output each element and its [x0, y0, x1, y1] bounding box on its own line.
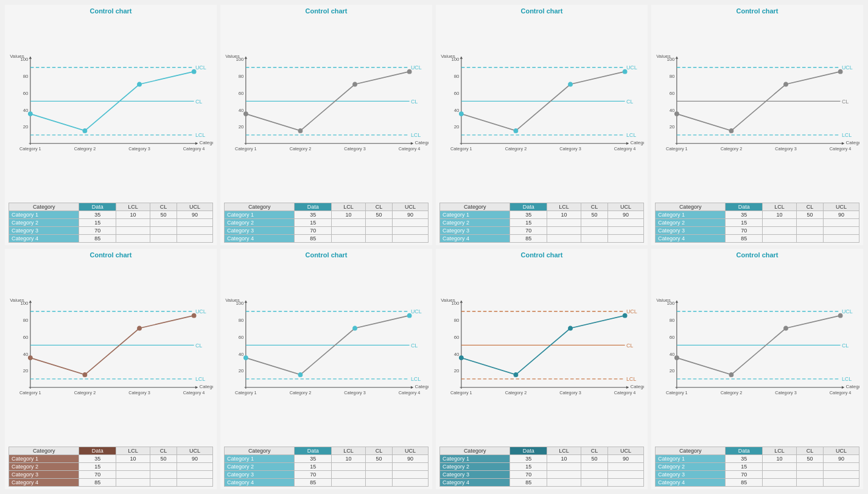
lcl-value: 10 — [763, 211, 796, 219]
svg-text:Values: Values — [225, 54, 239, 59]
cl-value — [796, 479, 824, 487]
table-header-ucl: UCL — [824, 203, 859, 211]
svg-marker-128 — [411, 386, 413, 389]
svg-text:Category: Category — [846, 140, 859, 145]
svg-marker-27 — [245, 56, 247, 58]
svg-text:40: 40 — [239, 108, 244, 113]
svg-marker-153 — [626, 386, 629, 389]
category-label: Category 2 — [225, 219, 295, 227]
chart-area: 20406080100ValuesCategoryUCLCLLCLCategor… — [224, 260, 429, 444]
data-value: 35 — [510, 211, 547, 219]
table-header-ucl: UCL — [177, 447, 213, 455]
svg-text:CL: CL — [195, 343, 202, 349]
svg-text:CL: CL — [626, 343, 633, 349]
svg-marker-2 — [29, 56, 32, 58]
ucl-value — [177, 227, 213, 235]
chart-title: Control chart — [224, 7, 429, 15]
table-header-data: Data — [79, 447, 116, 455]
table-row: Category 135105090 — [225, 455, 429, 463]
data-value: 15 — [295, 219, 332, 227]
svg-point-18 — [83, 129, 87, 133]
svg-point-143 — [298, 373, 303, 377]
category-label: Category 1 — [656, 211, 726, 219]
chart-title: Control chart — [655, 251, 859, 259]
svg-text:Category 3: Category 3 — [559, 146, 581, 151]
svg-text:60: 60 — [454, 91, 460, 96]
table-header-category: Category — [9, 447, 79, 455]
svg-text:Category 4: Category 4 — [183, 146, 205, 151]
category-label: Category 3 — [9, 471, 79, 479]
svg-text:Category 3: Category 3 — [128, 390, 150, 395]
category-label: Category 1 — [9, 455, 79, 463]
chart-area: 20406080100ValuesCategoryUCLCLLCLCategor… — [655, 260, 859, 444]
category-label: Category 4 — [656, 479, 726, 487]
data-value: 35 — [295, 211, 332, 219]
table-row: Category 135105090 — [440, 455, 644, 463]
chart-block-5: Control chart20406080100ValuesCategoryUC… — [220, 249, 432, 489]
svg-text:Values: Values — [10, 54, 24, 59]
cl-value — [150, 463, 177, 471]
svg-text:UCL: UCL — [626, 308, 637, 315]
svg-text:60: 60 — [239, 335, 244, 340]
lcl-value — [332, 235, 365, 243]
table-row: Category 485 — [440, 235, 644, 243]
ucl-value — [824, 471, 859, 479]
table-header-category: Category — [656, 447, 726, 455]
ucl-value — [824, 463, 859, 471]
svg-point-17 — [28, 112, 32, 116]
data-value: 35 — [726, 455, 763, 463]
data-table: CategoryDataLCLCLUCLCategory 135105090Ca… — [655, 203, 859, 243]
data-value: 70 — [79, 471, 116, 479]
ucl-value — [608, 235, 644, 243]
svg-text:CL: CL — [842, 99, 849, 105]
svg-text:Category 3: Category 3 — [775, 146, 797, 151]
table-header-ucl: UCL — [608, 447, 644, 455]
table-header-lcl: LCL — [116, 203, 150, 211]
ucl-value — [177, 235, 213, 243]
cl-value — [581, 227, 608, 235]
svg-text:Category 2: Category 2 — [290, 146, 312, 151]
chart-block-4: Control chart20406080100ValuesCategoryUC… — [5, 249, 217, 489]
chart-area: 20406080100ValuesCategoryUCLCLLCLCategor… — [224, 16, 429, 200]
cl-value — [796, 471, 824, 479]
svg-point-45 — [407, 69, 411, 74]
svg-text:40: 40 — [670, 352, 675, 357]
data-value: 15 — [295, 463, 332, 471]
lcl-value — [763, 463, 796, 471]
cl-value: 50 — [150, 455, 177, 463]
svg-point-94 — [784, 82, 788, 86]
lcl-value — [763, 471, 796, 479]
lcl-value — [547, 479, 581, 487]
cl-value — [150, 479, 177, 487]
table-header-ucl: UCL — [177, 203, 213, 211]
chart-svg: 20406080100ValuesCategoryUCLCLLCLCategor… — [439, 16, 644, 200]
chart-svg: 20406080100ValuesCategoryUCLCLLCLCategor… — [655, 260, 859, 444]
table-row: Category 370 — [9, 471, 213, 479]
category-label: Category 1 — [656, 455, 726, 463]
svg-point-44 — [353, 82, 357, 86]
ucl-value: 90 — [608, 211, 644, 219]
svg-point-167 — [459, 356, 463, 360]
svg-text:Category 2: Category 2 — [74, 146, 96, 151]
svg-text:Category 4: Category 4 — [183, 390, 205, 395]
chart-area: 20406080100ValuesCategoryUCLCLLCLCategor… — [9, 260, 213, 444]
category-label: Category 1 — [440, 455, 510, 463]
svg-text:Category 3: Category 3 — [344, 390, 366, 395]
svg-text:Category 4: Category 4 — [830, 146, 852, 151]
table-header-category: Category — [225, 447, 295, 455]
svg-point-195 — [838, 313, 842, 318]
data-value: 70 — [79, 227, 116, 235]
category-label: Category 3 — [225, 471, 295, 479]
table-header-lcl: LCL — [547, 203, 581, 211]
data-value: 70 — [295, 471, 332, 479]
svg-text:Category 3: Category 3 — [559, 390, 581, 395]
category-label: Category 3 — [9, 227, 79, 235]
table-row: Category 485 — [9, 235, 213, 243]
ucl-value — [824, 479, 859, 487]
data-value: 85 — [510, 479, 547, 487]
ucl-value: 90 — [393, 211, 429, 219]
svg-text:Values: Values — [441, 54, 455, 59]
cl-value — [796, 235, 824, 243]
svg-marker-52 — [460, 56, 463, 58]
svg-point-92 — [674, 112, 679, 116]
